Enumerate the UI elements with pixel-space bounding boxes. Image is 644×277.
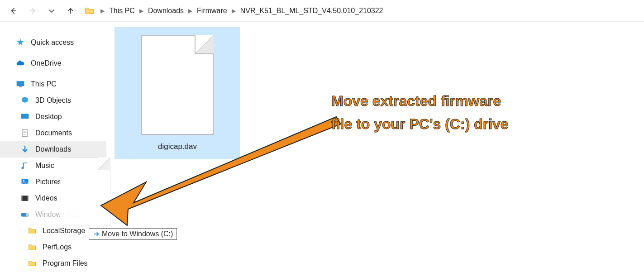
file-pane[interactable]: digicap.dav xyxy=(106,22,644,277)
annotation-line1: Move extracted firmware xyxy=(331,90,509,113)
sidebar-quick-access[interactable]: Quick access xyxy=(0,34,106,51)
sidebar-item-label: Music xyxy=(35,162,54,170)
svg-rect-0 xyxy=(17,81,24,86)
sidebar-documents[interactable]: Documents xyxy=(0,125,106,141)
svg-rect-6 xyxy=(22,196,29,201)
arrow-right-icon xyxy=(93,230,100,238)
crumb-folder[interactable]: NVR_K51_BL_ML_STD_V4.50.010_210322 xyxy=(240,7,383,15)
file-name-label: digicap.dav xyxy=(158,142,197,151)
address-bar: ▶ This PC ▶ Downloads ▶ Firmware ▶ NVR_K… xyxy=(0,0,644,22)
annotation-line2: file to your PC's (C:) drive xyxy=(331,113,509,136)
cloud-icon xyxy=(15,58,25,68)
sidebar-music[interactable]: Music xyxy=(0,158,106,174)
folder-icon xyxy=(84,5,95,16)
svg-rect-8 xyxy=(22,213,26,217)
downloads-icon xyxy=(20,144,30,154)
annotation-text: Move extracted firmware file to your PC'… xyxy=(331,90,509,136)
drive-icon xyxy=(20,210,30,220)
file-item-digicap[interactable]: digicap.dav xyxy=(114,27,240,159)
sidebar-item-label: Videos xyxy=(35,194,57,202)
music-icon xyxy=(20,161,30,171)
nav-forward-button[interactable] xyxy=(27,5,38,16)
sidebar-windows-c[interactable]: Windows (C:) xyxy=(0,206,106,223)
sidebar-item-label: Documents xyxy=(35,129,72,137)
arrow-up-icon xyxy=(67,7,75,15)
sidebar-program-files[interactable]: Program Files xyxy=(0,255,106,272)
sidebar-onedrive[interactable]: OneDrive xyxy=(0,55,106,72)
move-tooltip: Move to Windows (C:) xyxy=(89,228,177,240)
chevron-right-icon: ▶ xyxy=(188,8,192,14)
videos-icon xyxy=(20,193,30,203)
svg-point-5 xyxy=(23,180,24,181)
sidebar-3d-objects[interactable]: 3D Objects xyxy=(0,92,106,109)
crumb-firmware[interactable]: Firmware xyxy=(197,7,227,15)
sidebar-item-label: OneDrive xyxy=(31,59,62,67)
documents-icon xyxy=(20,128,30,138)
sidebar-item-label: Windows (C:) xyxy=(35,210,79,219)
file-icon xyxy=(141,35,214,135)
svg-rect-2 xyxy=(21,114,29,119)
tooltip-text: Move to Windows (C:) xyxy=(102,230,173,238)
pc-icon xyxy=(15,79,25,89)
sidebar-this-pc[interactable]: This PC xyxy=(0,76,106,92)
folder-icon xyxy=(27,258,37,268)
sidebar-pictures[interactable]: Pictures xyxy=(0,174,106,190)
sidebar-item-label: 3D Objects xyxy=(35,96,71,105)
nav-controls xyxy=(8,5,76,16)
cube-icon xyxy=(20,96,30,105)
sidebar-item-label: Downloads xyxy=(35,145,71,153)
nav-up-button[interactable] xyxy=(65,5,76,16)
arrow-left-icon xyxy=(10,7,18,15)
star-icon xyxy=(15,38,25,48)
svg-rect-3 xyxy=(22,130,28,137)
sidebar-item-label: Desktop xyxy=(35,113,62,121)
svg-rect-1 xyxy=(19,86,22,87)
sidebar-downloads[interactable]: Downloads xyxy=(0,141,106,158)
crumb-downloads[interactable]: Downloads xyxy=(148,7,184,15)
folder-icon xyxy=(27,226,37,236)
desktop-icon xyxy=(20,112,30,122)
sidebar-item-label: Program Files xyxy=(43,259,88,267)
sidebar-item-label: Quick access xyxy=(31,38,74,47)
chevron-down-icon xyxy=(48,7,56,15)
sidebar-item-label: Pictures xyxy=(35,178,62,186)
sidebar-item-label: LocalStorage xyxy=(43,227,85,235)
sidebar-videos[interactable]: Videos xyxy=(0,190,106,206)
pictures-icon xyxy=(20,177,30,187)
sidebar-perflogs[interactable]: PerfLogs xyxy=(0,239,106,255)
sidebar-item-label: PerfLogs xyxy=(43,243,72,251)
folder-icon xyxy=(27,242,37,252)
sidebar-desktop[interactable]: Desktop xyxy=(0,109,106,125)
arrow-right-icon xyxy=(29,7,37,15)
chevron-right-icon: ▶ xyxy=(100,8,105,14)
chevron-right-icon: ▶ xyxy=(232,8,236,14)
sidebar-item-label: This PC xyxy=(31,80,57,88)
crumb-this-pc[interactable]: This PC xyxy=(109,7,135,15)
chevron-right-icon: ▶ xyxy=(139,8,143,14)
nav-recent-button[interactable] xyxy=(46,5,57,16)
nav-back-button[interactable] xyxy=(8,5,19,16)
breadcrumb[interactable]: ▶ This PC ▶ Downloads ▶ Firmware ▶ NVR_K… xyxy=(84,5,636,16)
